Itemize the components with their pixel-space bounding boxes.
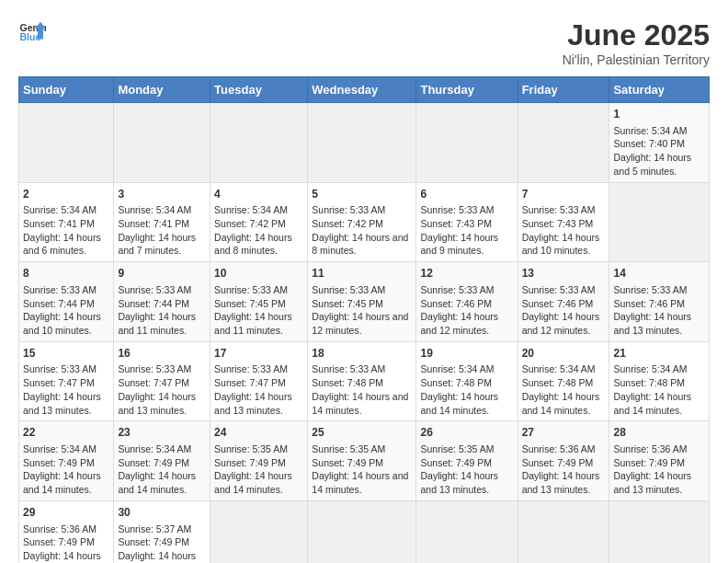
calendar-day: 5Sunrise: 5:33 AMSunset: 7:42 PMDaylight… — [308, 182, 416, 262]
calendar-day: 27Sunrise: 5:36 AMSunset: 7:49 PMDayligh… — [518, 421, 609, 501]
calendar-day: 13Sunrise: 5:33 AMSunset: 7:46 PMDayligh… — [518, 262, 609, 342]
calendar-day: 30Sunrise: 5:37 AMSunset: 7:49 PMDayligh… — [114, 500, 210, 563]
calendar-day: 2Sunrise: 5:34 AMSunset: 7:41 PMDaylight… — [19, 182, 114, 262]
empty-cell — [518, 103, 609, 183]
empty-cell — [308, 103, 416, 183]
col-thursday: Thursday — [416, 77, 518, 103]
col-tuesday: Tuesday — [210, 77, 308, 103]
calendar-day: 29Sunrise: 5:36 AMSunset: 7:49 PMDayligh… — [19, 500, 114, 563]
calendar-day — [416, 500, 518, 563]
col-wednesday: Wednesday — [308, 77, 416, 103]
calendar-week-row: 8Sunrise: 5:33 AMSunset: 7:44 PMDaylight… — [19, 262, 710, 342]
calendar-day: 19Sunrise: 5:34 AMSunset: 7:48 PMDayligh… — [416, 341, 518, 421]
empty-cell — [210, 103, 308, 183]
calendar-day: 20Sunrise: 5:34 AMSunset: 7:48 PMDayligh… — [518, 341, 609, 421]
calendar-day: 23Sunrise: 5:34 AMSunset: 7:49 PMDayligh… — [114, 421, 210, 501]
calendar-week-row: 15Sunrise: 5:33 AMSunset: 7:47 PMDayligh… — [19, 341, 710, 421]
calendar-day: 1Sunrise: 5:34 AMSunset: 7:40 PMDaylight… — [609, 103, 710, 183]
calendar-day: 24Sunrise: 5:35 AMSunset: 7:49 PMDayligh… — [210, 421, 308, 501]
calendar-day: 10Sunrise: 5:33 AMSunset: 7:45 PMDayligh… — [210, 262, 308, 342]
title-area: June 2025 Ni'lin, Palestinian Territory — [563, 18, 710, 67]
calendar-day: 22Sunrise: 5:34 AMSunset: 7:49 PMDayligh… — [19, 421, 114, 501]
calendar-week-row: 22Sunrise: 5:34 AMSunset: 7:49 PMDayligh… — [19, 421, 710, 501]
calendar-day: 15Sunrise: 5:33 AMSunset: 7:47 PMDayligh… — [19, 341, 114, 421]
calendar-day: 11Sunrise: 5:33 AMSunset: 7:45 PMDayligh… — [308, 262, 416, 342]
calendar-day: 14Sunrise: 5:33 AMSunset: 7:46 PMDayligh… — [609, 262, 710, 342]
calendar-week-row: 2Sunrise: 5:34 AMSunset: 7:41 PMDaylight… — [19, 182, 710, 262]
calendar-day: 18Sunrise: 5:33 AMSunset: 7:48 PMDayligh… — [308, 341, 416, 421]
calendar-day: 6Sunrise: 5:33 AMSunset: 7:43 PMDaylight… — [416, 182, 518, 262]
empty-cell — [416, 103, 518, 183]
empty-cell — [114, 103, 210, 183]
calendar-week-row: 29Sunrise: 5:36 AMSunset: 7:49 PMDayligh… — [19, 500, 710, 563]
calendar-day — [609, 500, 710, 563]
calendar-day: 17Sunrise: 5:33 AMSunset: 7:47 PMDayligh… — [210, 341, 308, 421]
calendar-table: Sunday Monday Tuesday Wednesday Thursday… — [18, 76, 710, 563]
calendar-day: 25Sunrise: 5:35 AMSunset: 7:49 PMDayligh… — [308, 421, 416, 501]
calendar-day: 21Sunrise: 5:34 AMSunset: 7:48 PMDayligh… — [609, 341, 710, 421]
page-subtitle: Ni'lin, Palestinian Territory — [563, 52, 710, 67]
col-monday: Monday — [114, 77, 210, 103]
calendar-day — [210, 500, 308, 563]
page-header: General Blue June 2025 Ni'lin, Palestini… — [18, 18, 710, 67]
empty-cell — [19, 103, 114, 183]
calendar-day: 28Sunrise: 5:36 AMSunset: 7:49 PMDayligh… — [609, 421, 710, 501]
col-friday: Friday — [518, 77, 609, 103]
calendar-week-row: 1Sunrise: 5:34 AMSunset: 7:40 PMDaylight… — [19, 103, 710, 183]
calendar-header-row: Sunday Monday Tuesday Wednesday Thursday… — [19, 77, 710, 103]
calendar-day: 9Sunrise: 5:33 AMSunset: 7:44 PMDaylight… — [114, 262, 210, 342]
calendar-day — [308, 500, 416, 563]
logo: General Blue — [18, 18, 46, 46]
calendar-day: 16Sunrise: 5:33 AMSunset: 7:47 PMDayligh… — [114, 341, 210, 421]
calendar-day: 26Sunrise: 5:35 AMSunset: 7:49 PMDayligh… — [416, 421, 518, 501]
calendar-day: 7Sunrise: 5:33 AMSunset: 7:43 PMDaylight… — [518, 182, 609, 262]
col-sunday: Sunday — [19, 77, 114, 103]
calendar-day: 3Sunrise: 5:34 AMSunset: 7:41 PMDaylight… — [114, 182, 210, 262]
page-title: June 2025 — [563, 18, 710, 52]
calendar-day: 8Sunrise: 5:33 AMSunset: 7:44 PMDaylight… — [19, 262, 114, 342]
calendar-day — [609, 182, 710, 262]
calendar-day — [518, 500, 609, 563]
svg-text:Blue: Blue — [20, 31, 41, 42]
col-saturday: Saturday — [609, 77, 710, 103]
logo-icon: General Blue — [18, 18, 46, 46]
calendar-day: 12Sunrise: 5:33 AMSunset: 7:46 PMDayligh… — [416, 262, 518, 342]
calendar-day: 4Sunrise: 5:34 AMSunset: 7:42 PMDaylight… — [210, 182, 308, 262]
